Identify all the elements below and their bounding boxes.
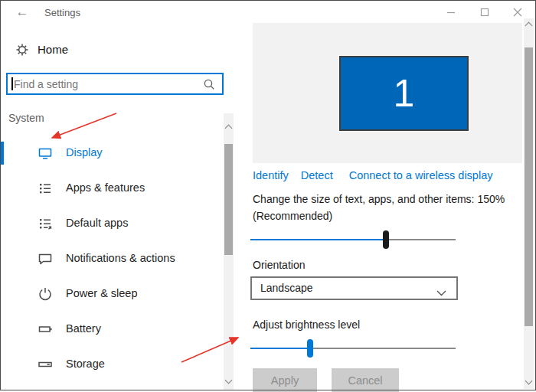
sidebar: Home System Display bbox=[1, 24, 234, 390]
brightness-slider-thumb[interactable] bbox=[307, 339, 313, 358]
brightness-slider[interactable] bbox=[250, 339, 456, 358]
maximize-button[interactable] bbox=[473, 2, 496, 22]
storage-icon bbox=[37, 356, 54, 376]
display-settings-panel: 1 Identify Detect Connect to a wireless … bbox=[234, 24, 523, 390]
search-input[interactable] bbox=[12, 75, 199, 93]
minimize-icon bbox=[446, 8, 456, 17]
sidebar-item-power-sleep[interactable]: Power & sleep bbox=[1, 276, 223, 312]
scroll-down-icon[interactable] bbox=[226, 377, 232, 384]
main-scrollbar[interactable] bbox=[524, 18, 534, 389]
search-icon[interactable] bbox=[202, 77, 216, 94]
scroll-up-icon[interactable] bbox=[526, 23, 532, 29]
back-button[interactable]: ← bbox=[13, 4, 31, 21]
sidebar-item-apps-features[interactable]: Apps & features bbox=[1, 171, 223, 206]
display-links: Identify Detect Connect to a wireless di… bbox=[253, 169, 492, 181]
apps-features-icon bbox=[37, 180, 54, 200]
connect-wireless-display-link[interactable]: Connect to a wireless display bbox=[349, 169, 493, 181]
search-box bbox=[6, 73, 224, 95]
adjust-brightness-label: Adjust brightness level bbox=[253, 318, 360, 331]
scaling-label-line1: Change the size of text, apps, and other… bbox=[253, 193, 505, 205]
monitor-number: 1 bbox=[394, 74, 415, 113]
sidebar-item-notifications[interactable]: Notifications & actions bbox=[1, 241, 223, 276]
settings-window: ← Settings Home bbox=[0, 0, 536, 390]
monitor-1[interactable]: 1 bbox=[339, 56, 469, 131]
window-title: Settings bbox=[44, 7, 80, 18]
text-caret bbox=[11, 77, 13, 90]
sidebar-item-label: Notifications & actions bbox=[66, 252, 175, 264]
power-icon bbox=[37, 286, 54, 305]
display-icon bbox=[37, 145, 54, 165]
scaling-slider-thumb[interactable] bbox=[383, 230, 389, 249]
battery-icon bbox=[37, 321, 54, 341]
scroll-down-icon[interactable] bbox=[526, 378, 532, 384]
sidebar-item-label: Apps & features bbox=[66, 181, 145, 194]
sidebar-item-battery[interactable]: Battery bbox=[1, 312, 223, 347]
titlebar: ← Settings bbox=[1, 1, 534, 24]
brightness-slider-fill bbox=[250, 348, 310, 349]
scaling-slider-fill bbox=[250, 239, 386, 240]
sidebar-item-home[interactable]: Home bbox=[1, 37, 223, 64]
sidebar-item-storage[interactable]: Storage bbox=[1, 347, 223, 382]
sidebar-item-label: Display bbox=[66, 146, 103, 158]
sidebar-nav: Display Apps & features bbox=[1, 136, 223, 382]
sidebar-item-label: Power & sleep bbox=[66, 287, 138, 299]
detect-link[interactable]: Detect bbox=[301, 169, 333, 181]
apply-button[interactable]: Apply bbox=[253, 368, 317, 392]
scaling-label-line2: (Recommended) bbox=[253, 210, 332, 222]
identify-link[interactable]: Identify bbox=[253, 169, 289, 181]
sidebar-item-default-apps[interactable]: Default apps bbox=[1, 206, 223, 241]
home-label: Home bbox=[38, 43, 68, 56]
cancel-button[interactable]: Cancel bbox=[332, 368, 399, 392]
minimize-button[interactable] bbox=[440, 2, 462, 22]
orientation-dropdown[interactable]: Landscape bbox=[250, 276, 458, 300]
sidebar-item-label: Default apps bbox=[66, 217, 128, 229]
sidebar-item-display[interactable]: Display bbox=[1, 136, 223, 171]
section-label-system: System bbox=[8, 112, 44, 124]
main-scrollbar-thumb[interactable] bbox=[525, 47, 533, 326]
orientation-label: Orientation bbox=[253, 259, 305, 271]
scaling-slider[interactable] bbox=[250, 230, 456, 249]
scroll-up-icon[interactable] bbox=[226, 126, 232, 132]
close-icon bbox=[513, 8, 522, 17]
sidebar-item-label: Battery bbox=[66, 322, 101, 335]
sidebar-scrollbar-thumb[interactable] bbox=[224, 144, 233, 255]
monitor-preview-area: 1 bbox=[253, 23, 522, 163]
sidebar-item-label: Storage bbox=[66, 358, 105, 370]
notifications-icon bbox=[37, 250, 54, 270]
back-arrow-icon: ← bbox=[16, 5, 29, 19]
gear-icon bbox=[15, 42, 30, 60]
maximize-icon bbox=[480, 8, 489, 17]
orientation-value: Landscape bbox=[260, 282, 313, 294]
default-apps-icon bbox=[37, 215, 54, 235]
sidebar-scrollbar[interactable] bbox=[224, 113, 234, 390]
chevron-down-icon bbox=[436, 286, 446, 299]
